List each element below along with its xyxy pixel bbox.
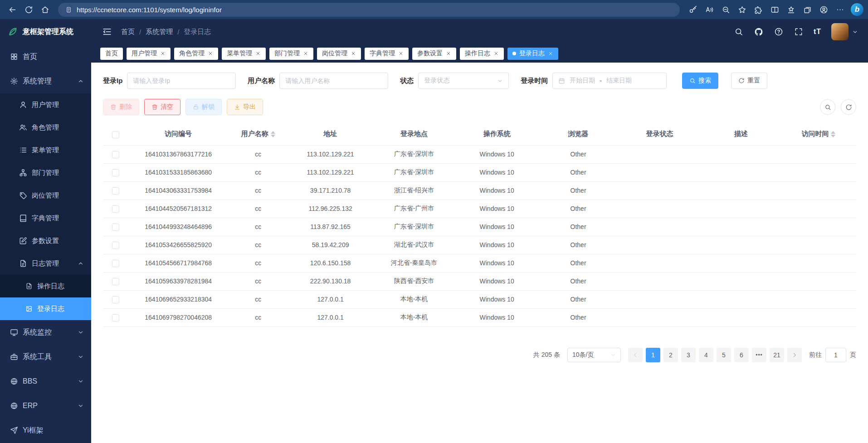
sort-caret-icon[interactable]: [831, 131, 835, 137]
export-button[interactable]: 导出: [227, 99, 263, 115]
sidebar-item-7[interactable]: 字典管理: [0, 207, 91, 229]
tab-6[interactable]: 字典管理: [365, 48, 409, 60]
row-checkbox[interactable]: [112, 278, 119, 285]
row-checkbox[interactable]: [112, 187, 119, 195]
copilot-button[interactable]: b: [851, 3, 863, 16]
row-checkbox[interactable]: [112, 314, 119, 321]
refresh-button[interactable]: [21, 2, 36, 17]
split-screen-button[interactable]: [767, 2, 782, 17]
address-bar[interactable]: https://ccnetcore.com:1101/system/log/lo…: [58, 3, 680, 17]
back-button[interactable]: [5, 2, 20, 17]
prev-page-button[interactable]: [628, 348, 643, 362]
sidebar-item-8[interactable]: 参数设置: [0, 229, 91, 252]
tab-5[interactable]: 岗位管理: [317, 48, 361, 60]
tab-label: 操作日志: [465, 49, 490, 58]
more-icon: [836, 5, 844, 14]
sidebar-item-2[interactable]: 用户管理: [0, 93, 91, 116]
tab-2[interactable]: 角色管理: [174, 48, 218, 60]
read-aloud-button[interactable]: [702, 2, 717, 17]
avatar[interactable]: [831, 23, 848, 40]
page-content: 登录Ip 用户名称 状态 登录状态 登录时间: [91, 63, 868, 443]
page-button-5[interactable]: 5: [717, 348, 731, 362]
user-name-input[interactable]: [279, 73, 388, 89]
row-checkbox[interactable]: [112, 169, 119, 176]
cell-4-7: [701, 218, 781, 236]
breadcrumb-item[interactable]: 首页: [121, 28, 135, 36]
sidebar-item-14[interactable]: BBS: [0, 369, 91, 394]
reset-button[interactable]: 重置: [731, 73, 767, 89]
zoom-out-button[interactable]: [718, 2, 733, 17]
page-button-1[interactable]: 1: [646, 348, 660, 362]
sidebar-item-1[interactable]: 系统管理: [0, 69, 91, 93]
select-all-checkbox[interactable]: [112, 131, 119, 138]
page-size-select[interactable]: 10条/页: [567, 348, 621, 362]
search-button[interactable]: 搜索: [682, 73, 718, 89]
fullscreen-button[interactable]: [794, 27, 804, 37]
row-checkbox[interactable]: [112, 205, 119, 213]
row-checkbox[interactable]: [112, 296, 119, 303]
globe-icon: [10, 377, 18, 385]
cell-5-3: 湖北省-武汉市: [373, 236, 456, 254]
question-icon: [774, 27, 783, 36]
search-button[interactable]: [734, 27, 744, 37]
clear-button[interactable]: 清空: [144, 99, 180, 115]
tab-3[interactable]: 菜单管理: [222, 48, 266, 60]
key-button[interactable]: [685, 2, 701, 17]
tab-4[interactable]: 部门管理: [269, 48, 313, 60]
favorites-bar-button[interactable]: [783, 2, 799, 17]
extensions-button[interactable]: [751, 2, 766, 17]
page-button-3[interactable]: 3: [681, 348, 696, 362]
row-checkbox[interactable]: [112, 242, 119, 249]
sidebar-item-11[interactable]: 登录日志: [0, 297, 91, 320]
sidebar-item-5[interactable]: 部门管理: [0, 161, 91, 184]
tab-7[interactable]: 参数设置: [412, 48, 456, 60]
hamburger-icon: [102, 27, 112, 37]
sidebar-item-13[interactable]: 系统工具: [0, 345, 91, 369]
question-button[interactable]: [774, 27, 784, 37]
delete-button[interactable]: 删除: [103, 99, 139, 115]
tab-0[interactable]: 首页: [100, 48, 123, 60]
row-checkbox[interactable]: [112, 224, 119, 231]
column-header-8[interactable]: 访问时间: [781, 123, 856, 145]
sidebar-item-15[interactable]: ERP: [0, 394, 91, 418]
sidebar-item-3[interactable]: 角色管理: [0, 116, 91, 139]
goto-page-input[interactable]: [825, 348, 846, 362]
page-button-2[interactable]: 2: [663, 348, 678, 362]
text-size-button[interactable]: tT: [814, 27, 821, 37]
page-button-21[interactable]: 21: [770, 348, 784, 362]
sidebar-item-6[interactable]: 岗位管理: [0, 184, 91, 207]
sidebar-item-9[interactable]: 日志管理: [0, 252, 91, 275]
unlock-button[interactable]: 解锁: [185, 99, 222, 115]
pager-ellipsis[interactable]: •••: [752, 348, 766, 362]
cell-0-6: [618, 145, 701, 163]
sidebar-item-label: 参数设置: [32, 237, 59, 245]
toggle-search-button[interactable]: [820, 99, 835, 115]
collections-button[interactable]: [800, 2, 815, 17]
sidebar-item-10[interactable]: 操作日志: [0, 275, 91, 297]
date-range-picker[interactable]: 开始日期 - 结束日期: [552, 73, 667, 89]
column-header-1[interactable]: 用户名称: [228, 123, 288, 145]
page-button-4[interactable]: 4: [699, 348, 713, 362]
sidebar-item-4[interactable]: 菜单管理: [0, 139, 91, 161]
home-button[interactable]: [37, 2, 53, 17]
sort-caret-icon[interactable]: [271, 131, 275, 137]
tab-9[interactable]: 登录日志: [507, 48, 558, 60]
row-checkbox[interactable]: [112, 260, 119, 267]
more-button[interactable]: [832, 2, 848, 17]
sidebar-collapse-button[interactable]: [101, 26, 113, 38]
sidebar-item-12[interactable]: 系统监控: [0, 320, 91, 345]
sidebar-item-16[interactable]: Yi框架: [0, 418, 91, 443]
next-page-button[interactable]: [787, 348, 802, 362]
favorites-button[interactable]: [734, 2, 750, 17]
status-select[interactable]: 登录状态: [418, 73, 509, 89]
tab-8[interactable]: 操作日志: [460, 48, 504, 60]
profile-button[interactable]: [816, 2, 831, 17]
tab-1[interactable]: 用户管理: [127, 48, 171, 60]
page-button-6[interactable]: 6: [734, 348, 749, 362]
row-checkbox[interactable]: [112, 151, 119, 158]
github-button[interactable]: [754, 27, 764, 37]
refresh-table-button[interactable]: [841, 99, 856, 115]
login-ip-input[interactable]: [127, 73, 236, 89]
sidebar-item-0[interactable]: 首页: [0, 44, 91, 69]
breadcrumb-item[interactable]: 系统管理: [146, 28, 173, 36]
